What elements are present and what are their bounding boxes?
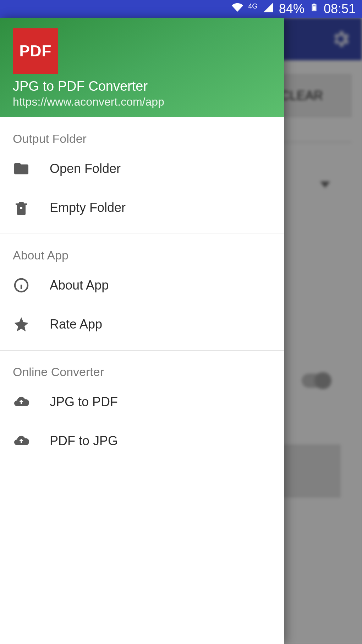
- status-bar: 4G 84% 08:51: [0, 0, 362, 18]
- info-icon: [13, 277, 30, 294]
- folder-icon: [13, 160, 30, 177]
- drawer-body: Output Folder Open Folder Empty Folder A…: [0, 117, 284, 644]
- drawer-divider: [0, 350, 284, 351]
- network-type: 4G: [248, 2, 258, 10]
- app-url: https://www.aconvert.com/app: [13, 95, 271, 108]
- section-header-about: About App: [0, 241, 284, 266]
- drawer-item-label: PDF to JPG: [50, 433, 118, 448]
- battery-icon: [309, 1, 319, 17]
- section-header-online: Online Converter: [0, 357, 284, 382]
- app-logo-text: PDF: [20, 42, 52, 60]
- drawer-item-label: JPG to PDF: [50, 394, 118, 409]
- signal-icon: [263, 1, 274, 16]
- navigation-drawer: PDF JPG to PDF Converter https://www.aco…: [0, 18, 284, 644]
- cloud-upload-icon: [13, 393, 30, 410]
- app-logo: PDF: [13, 28, 58, 74]
- star-icon: [13, 316, 30, 333]
- drawer-item-jpg-to-pdf[interactable]: JPG to PDF: [0, 382, 284, 421]
- drawer-item-about-app[interactable]: About App: [0, 266, 284, 305]
- trash-icon: [13, 199, 30, 216]
- cloud-upload-icon: [13, 432, 30, 449]
- drawer-item-empty-folder[interactable]: Empty Folder: [0, 188, 284, 227]
- drawer-item-pdf-to-jpg[interactable]: PDF to JPG: [0, 421, 284, 460]
- drawer-item-label: About App: [50, 278, 109, 293]
- clock: 08:51: [324, 1, 356, 16]
- drawer-item-label: Rate App: [50, 317, 102, 332]
- svg-rect-0: [313, 6, 316, 10]
- drawer-divider: [0, 234, 284, 234]
- drawer-item-label: Open Folder: [50, 161, 121, 176]
- drawer-item-open-folder[interactable]: Open Folder: [0, 149, 284, 188]
- drawer-item-label: Empty Folder: [50, 200, 126, 215]
- drawer-header: PDF JPG to PDF Converter https://www.aco…: [0, 18, 284, 117]
- screen: 4G 84% 08:51 CLEAR: [0, 0, 362, 644]
- section-header-output: Output Folder: [0, 124, 284, 149]
- wifi-icon: [232, 1, 243, 16]
- svg-rect-1: [20, 207, 22, 209]
- app-title: JPG to PDF Converter: [13, 79, 271, 94]
- battery-pct: 84%: [279, 1, 305, 16]
- drawer-item-rate-app[interactable]: Rate App: [0, 305, 284, 344]
